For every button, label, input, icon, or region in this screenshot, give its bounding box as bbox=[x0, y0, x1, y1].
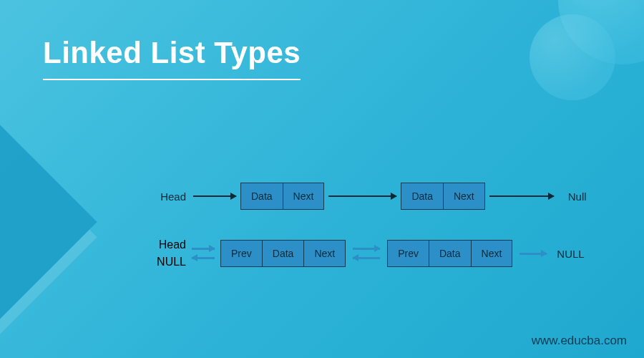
next-cell: Next bbox=[304, 241, 345, 266]
prev-cell: Prev bbox=[388, 241, 429, 266]
arrow-right-icon bbox=[193, 195, 236, 197]
null-label-singly: Null bbox=[568, 190, 604, 203]
prev-cell: Prev bbox=[221, 241, 263, 266]
singly-node-2: Data Next bbox=[401, 183, 484, 210]
double-arrow-connector bbox=[192, 248, 215, 259]
next-cell: Next bbox=[444, 183, 484, 209]
arrow-right-icon bbox=[192, 248, 215, 250]
null-right-label-doubly: NULL bbox=[557, 248, 592, 260]
page-title: Linked List Types bbox=[43, 36, 301, 80]
arrow-left-icon bbox=[353, 257, 380, 259]
arrow-right-icon bbox=[328, 195, 396, 197]
data-cell: Data bbox=[429, 241, 472, 266]
decorative-diamond bbox=[0, 110, 97, 333]
arrow-right-icon bbox=[489, 195, 554, 197]
data-cell: Data bbox=[241, 183, 283, 209]
doubly-node-1: Prev Data Next bbox=[220, 240, 346, 267]
head-label-singly: Head bbox=[150, 190, 186, 203]
arrow-left-icon bbox=[192, 257, 215, 259]
next-cell: Next bbox=[472, 241, 512, 266]
arrow-right-icon bbox=[353, 248, 380, 250]
null-left-label-doubly: NULL bbox=[157, 256, 186, 268]
data-cell: Data bbox=[263, 241, 305, 266]
arrow-right-icon bbox=[519, 253, 547, 255]
head-null-labels-doubly: Head NULL bbox=[150, 238, 186, 268]
double-arrow-connector bbox=[353, 248, 380, 259]
next-cell: Next bbox=[283, 183, 324, 209]
decorative-circle-small bbox=[530, 14, 615, 100]
doubly-linked-list-row: Head NULL Prev Data Next Prev Data Next … bbox=[150, 238, 623, 268]
doubly-node-2: Prev Data Next bbox=[387, 240, 512, 267]
data-cell: Data bbox=[401, 183, 444, 209]
head-label-doubly: Head bbox=[159, 238, 186, 251]
singly-linked-list-row: Head Data Next Data Next Null bbox=[150, 183, 623, 210]
linked-list-diagram: Head Data Next Data Next Null Head NULL … bbox=[150, 183, 623, 297]
singly-node-1: Data Next bbox=[240, 183, 324, 210]
footer-url: www.educba.com bbox=[532, 334, 627, 348]
